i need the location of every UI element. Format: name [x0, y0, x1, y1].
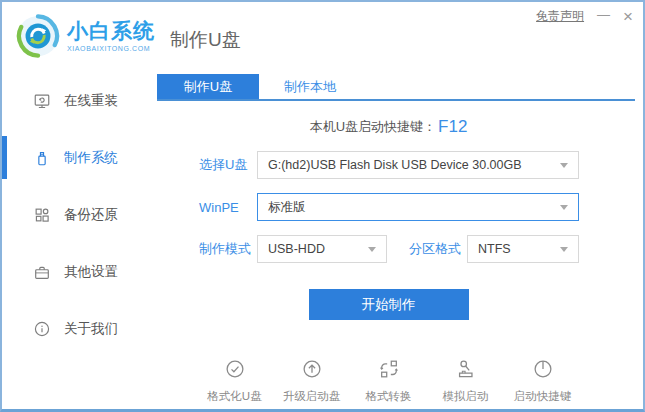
chevron-down-icon — [560, 205, 568, 210]
tool-label: 启动快捷键 — [514, 389, 572, 404]
boot-hotkey-line: 本机U盘启动快捷键：F12 — [142, 117, 635, 137]
sidebar: 在线重装 制作系统 备份还原 其他设置 — [2, 70, 142, 409]
simulate-boot-icon — [455, 358, 477, 384]
content: 在线重装 制作系统 备份还原 其他设置 — [2, 70, 643, 409]
tool-upgrade-boot-disk[interactable]: 升级启动盘 — [280, 358, 344, 404]
app-window: 免责声明 — × 小白系统 XIAOBAIXITONG.COM 制作U盘 — [0, 0, 645, 412]
bottom-toolbar: 格式化U盘 升级启动盘 格式转换 — [142, 358, 635, 404]
tab-make-usb[interactable]: 制作U盘 — [157, 74, 259, 99]
tool-label: 升级启动盘 — [283, 389, 341, 404]
sidebar-item-label: 在线重装 — [64, 92, 118, 110]
mode-select-dropdown[interactable]: USB-HDD — [257, 235, 387, 263]
titlebar: 免责声明 — × — [536, 8, 633, 25]
usb-select-dropdown[interactable]: G:(hd2)USB Flash Disk USB Device 30.00GB — [257, 151, 579, 179]
chevron-down-icon — [368, 247, 376, 252]
tool-boot-hotkey[interactable]: 启动快捷键 — [511, 358, 575, 404]
boot-hotkey-icon — [532, 358, 554, 384]
boot-hotkey-label: 本机U盘启动快捷键： — [310, 119, 436, 134]
sidebar-item-label: 备份还原 — [64, 206, 118, 224]
winpe-select-value: 标准版 — [268, 199, 306, 216]
logo-name: 小白系统 — [67, 20, 155, 42]
start-make-button[interactable]: 开始制作 — [309, 289, 469, 320]
mode-partition-row: 制作模式 USB-HDD 分区格式 NTFS — [199, 235, 635, 263]
boot-hotkey-value: F12 — [438, 117, 467, 136]
winpe-select-dropdown[interactable]: 标准版 — [257, 193, 579, 221]
xiaobai-logo-icon — [15, 13, 61, 59]
winpe-select-row: WinPE 标准版 — [199, 193, 635, 221]
usb-select-label: 选择U盘 — [199, 156, 257, 174]
usb-drive-icon — [33, 149, 51, 167]
tool-label: 模拟启动 — [443, 389, 489, 404]
tab-bar: 制作U盘 制作本地 — [157, 74, 635, 101]
tool-simulate-boot[interactable]: 模拟启动 — [434, 358, 498, 404]
winpe-select-label: WinPE — [199, 200, 257, 215]
mode-select-value: USB-HDD — [268, 242, 325, 256]
sidebar-item-online-reinstall[interactable]: 在线重装 — [2, 72, 142, 129]
tab-make-local[interactable]: 制作本地 — [259, 74, 361, 99]
main-panel: 制作U盘 制作本地 本机U盘启动快捷键：F12 选择U盘 G:(hd2)USB … — [142, 70, 643, 409]
upgrade-boot-icon — [301, 358, 323, 384]
info-icon — [33, 320, 51, 338]
partition-select-dropdown[interactable]: NTFS — [467, 235, 579, 263]
tool-format-usb[interactable]: 格式化U盘 — [203, 358, 267, 404]
sidebar-item-label: 制作系统 — [64, 149, 118, 167]
logo-domain: XIAOBAIXITONG.COM — [67, 45, 155, 52]
sidebar-item-backup-restore[interactable]: 备份还原 — [2, 186, 142, 243]
sidebar-item-make-system[interactable]: 制作系统 — [2, 129, 142, 186]
partition-select-label: 分区格式 — [409, 240, 467, 258]
monitor-reinstall-icon — [33, 92, 51, 110]
sidebar-item-label: 其他设置 — [64, 263, 118, 281]
tool-label: 格式转换 — [366, 389, 412, 404]
partition-select-value: NTFS — [478, 242, 511, 256]
tool-label: 格式化U盘 — [207, 389, 261, 404]
format-convert-icon — [378, 358, 400, 384]
logo-text: 小白系统 XIAOBAIXITONG.COM — [67, 20, 155, 51]
sidebar-item-about-us[interactable]: 关于我们 — [2, 300, 142, 357]
chevron-down-icon — [560, 247, 568, 252]
tool-format-convert[interactable]: 格式转换 — [357, 358, 421, 404]
page-title: 制作U盘 — [170, 27, 241, 53]
mode-select-label: 制作模式 — [199, 240, 257, 258]
format-usb-icon — [224, 358, 246, 384]
chevron-down-icon — [560, 163, 568, 168]
close-button[interactable]: × — [623, 8, 633, 25]
sidebar-item-label: 关于我们 — [64, 320, 118, 338]
backup-restore-icon — [33, 206, 51, 224]
sidebar-item-other-settings[interactable]: 其他设置 — [2, 243, 142, 300]
minimize-button[interactable]: — — [597, 8, 610, 21]
usb-select-row: 选择U盘 G:(hd2)USB Flash Disk USB Device 30… — [199, 151, 635, 179]
usb-select-value: G:(hd2)USB Flash Disk USB Device 30.00GB — [268, 158, 522, 172]
settings-case-icon — [33, 263, 51, 281]
disclaimer-link[interactable]: 免责声明 — [536, 8, 584, 25]
